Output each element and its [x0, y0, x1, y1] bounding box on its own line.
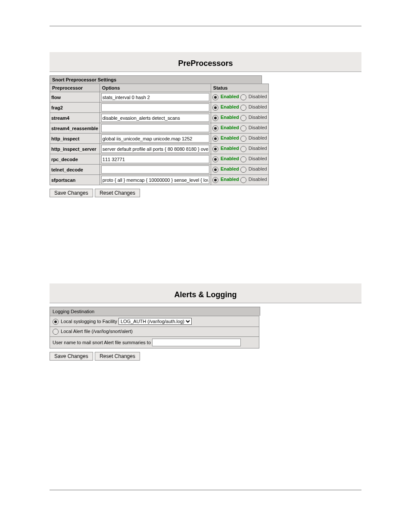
reset-button[interactable]: Reset Changes [95, 189, 140, 197]
logging-table: Local syslogging to Facility LOG_AUTH (/… [50, 316, 259, 348]
save-button[interactable]: Save Changes [50, 352, 93, 361]
reset-button[interactable]: Reset Changes [95, 352, 140, 361]
disabled-label: Disabled [249, 135, 267, 140]
table-row: sfportscan Enabled Disabled [50, 175, 269, 185]
preproc-options-cell [100, 103, 211, 113]
radio-enabled[interactable] [212, 115, 218, 121]
radio-enabled[interactable] [212, 125, 218, 131]
preproc-options-cell [100, 144, 211, 154]
preproc-status-cell: Enabled Disabled [211, 144, 268, 154]
preproc-status-cell: Enabled Disabled [211, 113, 268, 123]
col-status: Status [211, 84, 268, 92]
preproc-options-input[interactable] [101, 124, 209, 132]
enabled-label: Enabled [221, 94, 239, 99]
logging-caption: Logging Destination [50, 307, 260, 316]
preproc-status-cell: Enabled Disabled [211, 123, 268, 134]
radio-enabled[interactable] [212, 167, 218, 173]
preproc-options-input[interactable] [101, 103, 209, 112]
alertfile-label: Local Alert file (/var/log/snort/alert) [61, 329, 133, 334]
preproc-buttons: Save Changes Reset Changes [50, 189, 361, 197]
radio-disabled[interactable] [240, 94, 246, 100]
alerts-buttons: Save Changes Reset Changes [50, 352, 361, 361]
enabled-label: Enabled [221, 125, 239, 130]
preprocessors-body: Snort Preprocessor Settings Preprocessor… [50, 72, 361, 197]
preproc-table: Preprocessor Options Status flow Enabled… [50, 84, 269, 185]
preproc-name: http_inspect [50, 134, 100, 144]
preprocessors-header: PreProcessors [50, 52, 361, 72]
enabled-label: Enabled [221, 177, 239, 182]
preproc-options-cell [100, 113, 211, 123]
radio-disabled[interactable] [240, 156, 246, 162]
preproc-options-cell [100, 154, 211, 165]
preproc-status-cell: Enabled Disabled [211, 175, 268, 185]
radio-syslog[interactable] [53, 319, 59, 325]
table-row: stream4_reassemble Enabled Disabled [50, 123, 269, 134]
disabled-label: Disabled [249, 104, 267, 109]
table-row: telnet_decode Enabled Disabled [50, 165, 269, 175]
enabled-label: Enabled [221, 146, 239, 151]
preproc-options-cell [100, 92, 211, 103]
preproc-options-input[interactable] [101, 155, 209, 163]
radio-disabled[interactable] [240, 115, 246, 121]
top-rule [50, 26, 361, 26]
table-row: frag2 Enabled Disabled [50, 103, 269, 113]
alerts-body: Logging Destination Local syslogging to … [50, 303, 361, 361]
radio-disabled[interactable] [240, 177, 246, 183]
radio-enabled[interactable] [212, 156, 218, 162]
radio-disabled[interactable] [240, 167, 246, 173]
preproc-options-input[interactable] [101, 93, 209, 101]
enabled-label: Enabled [221, 115, 239, 120]
preproc-status-cell: Enabled Disabled [211, 154, 268, 165]
radio-enabled[interactable] [212, 146, 218, 152]
facility-select[interactable]: LOG_AUTH (/var/log/auth.log) [118, 318, 192, 325]
table-row: stream4 Enabled Disabled [50, 113, 269, 123]
radio-enabled[interactable] [212, 94, 218, 100]
table-row: rpc_decode Enabled Disabled [50, 154, 269, 165]
table-row: flow Enabled Disabled [50, 92, 269, 103]
preproc-options-input[interactable] [101, 176, 209, 184]
table-row: http_inspect_server Enabled Disabled [50, 144, 269, 154]
radio-enabled[interactable] [212, 105, 218, 111]
preproc-options-cell [100, 175, 211, 185]
radio-disabled[interactable] [240, 125, 246, 131]
save-button[interactable]: Save Changes [50, 189, 93, 197]
table-row: Local Alert file (/var/log/snort/alert) [50, 327, 259, 337]
preproc-options-cell [100, 123, 211, 134]
preproc-name: frag2 [50, 103, 100, 113]
radio-disabled[interactable] [240, 136, 246, 142]
preproc-status-cell: Enabled Disabled [211, 134, 268, 144]
preproc-name: http_inspect_server [50, 144, 100, 154]
syslog-label: Local syslogging to Facility [61, 319, 117, 324]
preproc-status-cell: Enabled Disabled [211, 92, 268, 103]
summary-input[interactable] [152, 339, 241, 346]
disabled-label: Disabled [249, 125, 267, 130]
radio-disabled[interactable] [240, 146, 246, 152]
preproc-options-input[interactable] [101, 114, 209, 122]
preproc-options-cell [100, 165, 211, 175]
preproc-name: stream4 [50, 113, 100, 123]
preproc-name: rpc_decode [50, 154, 100, 165]
preprocessors-title: PreProcessors [178, 59, 233, 68]
radio-enabled[interactable] [212, 177, 218, 183]
table-row: Local syslogging to Facility LOG_AUTH (/… [50, 316, 259, 327]
enabled-label: Enabled [221, 135, 239, 140]
disabled-label: Disabled [249, 156, 267, 161]
bottom-rule [50, 490, 361, 490]
alerts-header: Alerts & Logging [50, 283, 361, 303]
enabled-label: Enabled [221, 156, 239, 161]
table-row: http_inspect Enabled Disabled [50, 134, 269, 144]
enabled-label: Enabled [221, 104, 239, 109]
summary-label: User name to mail snort Alert file summa… [53, 340, 151, 345]
disabled-label: Disabled [249, 94, 267, 99]
preproc-options-input[interactable] [101, 145, 209, 153]
radio-alertfile[interactable] [53, 329, 59, 335]
preproc-options-input[interactable] [101, 134, 209, 143]
radio-enabled[interactable] [212, 136, 218, 142]
preproc-options-input[interactable] [101, 165, 209, 174]
alerts-title: Alerts & Logging [174, 290, 237, 299]
preproc-name: flow [50, 92, 100, 103]
disabled-label: Disabled [249, 177, 267, 182]
radio-disabled[interactable] [240, 105, 246, 111]
col-options: Options [100, 84, 211, 92]
preproc-name: telnet_decode [50, 165, 100, 175]
